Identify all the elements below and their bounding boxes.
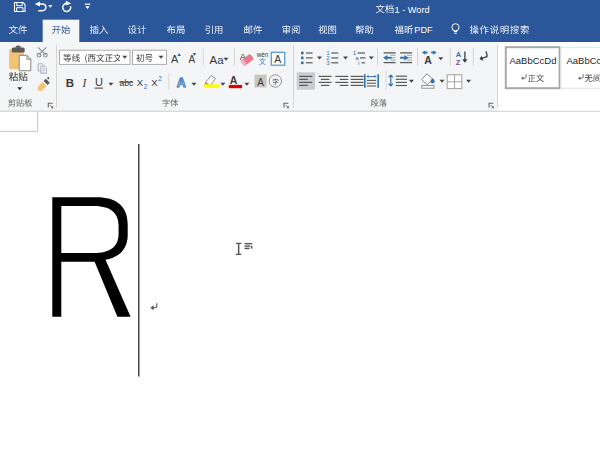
svg-text:Z: Z xyxy=(456,58,461,67)
svg-text:A: A xyxy=(274,53,281,65)
svg-text:X: X xyxy=(151,77,158,88)
svg-text:A: A xyxy=(424,54,432,66)
svg-text:3: 3 xyxy=(326,59,330,66)
svg-text:1 - Word: 1 - Word xyxy=(395,5,430,15)
svg-text:i: i xyxy=(358,59,359,66)
svg-text:X: X xyxy=(137,77,144,88)
svg-text:AaBbCc: AaBbCc xyxy=(567,55,600,66)
svg-text:2: 2 xyxy=(158,75,162,82)
svg-text:B: B xyxy=(66,77,74,89)
svg-text:A: A xyxy=(257,77,264,88)
svg-text:U: U xyxy=(95,76,103,88)
svg-text:A: A xyxy=(177,76,186,90)
svg-text:wén: wén xyxy=(256,51,269,58)
svg-text:AaBbCcDd: AaBbCcDd xyxy=(510,55,557,66)
svg-text:A: A xyxy=(189,54,196,65)
svg-text:A: A xyxy=(171,53,179,65)
svg-text:A: A xyxy=(230,74,238,86)
svg-text:PDF: PDF xyxy=(414,25,433,35)
svg-text:2: 2 xyxy=(144,83,148,90)
svg-text:Aa: Aa xyxy=(210,54,225,66)
